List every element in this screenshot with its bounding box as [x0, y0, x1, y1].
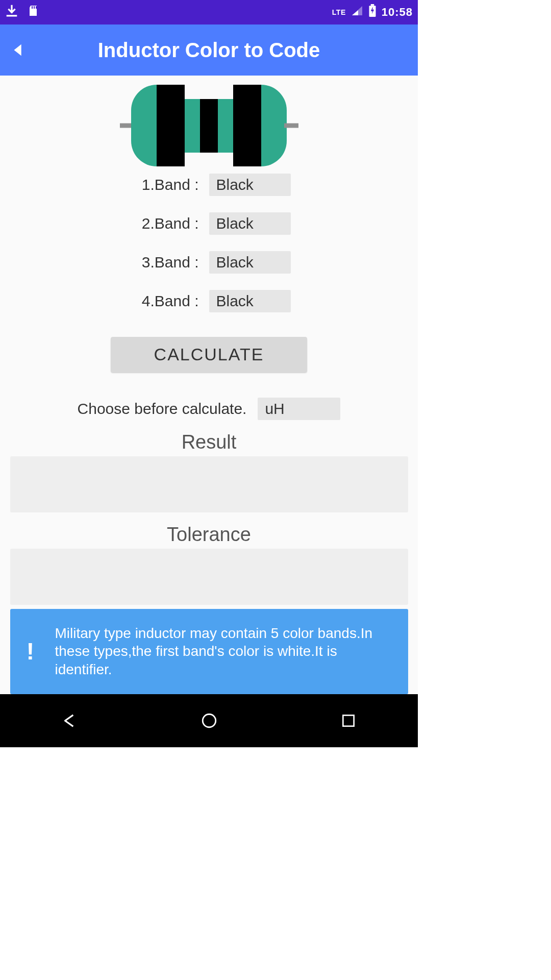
band-row-1: 1.Band : Black: [128, 174, 291, 196]
band-1-label: 1.Band :: [128, 176, 199, 193]
sdcard-icon: [28, 4, 40, 20]
status-bar: LTE 10:58: [0, 0, 418, 24]
band-3-select[interactable]: Black: [209, 251, 291, 274]
svg-rect-4: [370, 4, 374, 6]
band-3-label: 3.Band :: [128, 254, 199, 271]
band-row-3: 3.Band : Black: [128, 251, 291, 274]
triangle-back-icon: [60, 711, 80, 730]
band-selectors: 1.Band : Black 2.Band : Black 3.Band : B…: [128, 174, 291, 312]
signal-icon: [351, 5, 363, 19]
choose-label: Choose before calculate.: [78, 400, 247, 418]
nav-home-button[interactable]: [189, 700, 230, 741]
band-1-select[interactable]: Black: [209, 174, 291, 196]
svg-rect-1: [34, 6, 35, 9]
result-value-box: [10, 456, 408, 512]
band-2-select[interactable]: Black: [209, 212, 291, 235]
status-time: 10:58: [382, 6, 413, 19]
svg-rect-0: [32, 6, 33, 9]
navigation-bar: [0, 694, 418, 747]
tolerance-value-box: [10, 549, 408, 605]
tolerance-heading: Tolerance: [167, 524, 251, 546]
circle-home-icon: [201, 712, 218, 729]
band-row-4: 4.Band : Black: [128, 290, 291, 312]
download-icon: [5, 4, 18, 20]
battery-icon: [368, 4, 377, 20]
nav-recent-button[interactable]: [328, 700, 369, 741]
back-button[interactable]: [6, 38, 31, 62]
band-2-label: 2.Band :: [128, 215, 199, 232]
inductor-diagram: [120, 85, 298, 166]
calculate-button[interactable]: CALCULATE: [111, 337, 307, 372]
band-4-select[interactable]: Black: [209, 290, 291, 312]
app-bar: Inductor Color to Code: [0, 24, 418, 76]
page-title: Inductor Color to Code: [31, 39, 412, 62]
svg-point-5: [203, 714, 216, 727]
svg-rect-2: [36, 6, 37, 9]
info-note: ! Military type inductor may contain 5 c…: [10, 609, 408, 694]
network-label: LTE: [332, 8, 346, 16]
unit-select[interactable]: uH: [258, 398, 340, 420]
content-area: 1.Band : Black 2.Band : Black 3.Band : B…: [0, 76, 418, 694]
band-4-label: 4.Band :: [128, 292, 199, 310]
chevron-left-icon: [10, 40, 27, 60]
result-heading: Result: [182, 431, 237, 453]
band-row-2: 2.Band : Black: [128, 212, 291, 235]
nav-back-button[interactable]: [49, 700, 90, 741]
choose-unit-row: Choose before calculate. uH: [78, 398, 341, 420]
info-text: Military type inductor may contain 5 col…: [55, 624, 396, 679]
square-recent-icon: [340, 713, 357, 729]
info-icon: !: [20, 638, 41, 665]
svg-rect-6: [343, 715, 354, 726]
